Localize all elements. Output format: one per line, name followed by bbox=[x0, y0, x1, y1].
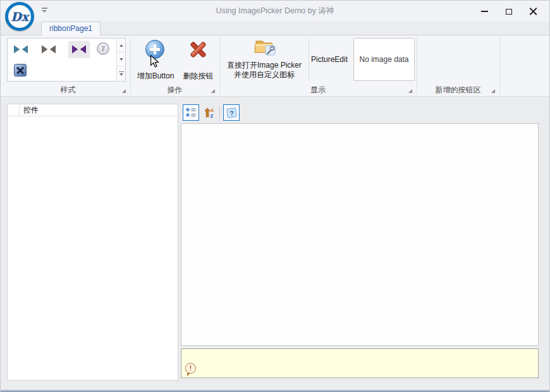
delete-button-label: 删除按钮 bbox=[178, 71, 218, 81]
qat-dropdown-icon[interactable] bbox=[40, 8, 48, 14]
close-icon bbox=[529, 8, 537, 16]
controls-grid: 控件 bbox=[7, 104, 178, 381]
ribbon-bottom-border bbox=[1, 96, 549, 97]
group-corner-icon bbox=[211, 89, 215, 93]
picture-edit-label: PictureEdit bbox=[311, 55, 351, 64]
group-caption-actions: 操作 bbox=[130, 85, 219, 95]
open-image-picker-button[interactable]: 直接打开Image Picker 并使用自定义图标 bbox=[223, 37, 305, 94]
maximize-button[interactable] bbox=[499, 3, 518, 20]
sort-az-button[interactable]: A Z bbox=[201, 104, 217, 121]
delete-x-icon bbox=[190, 41, 207, 58]
display-separator bbox=[309, 39, 309, 82]
style-gallery: 7 bbox=[7, 38, 126, 82]
gallery-scroll-up-icon[interactable] bbox=[117, 39, 125, 52]
delete-button[interactable]: 删除按钮 bbox=[178, 37, 218, 83]
group-separator bbox=[499, 37, 500, 94]
description-bubble-tail bbox=[187, 373, 190, 376]
group-caption-extra: 新增的按钮区 bbox=[417, 85, 499, 95]
app-menu-logo[interactable]: Dx bbox=[5, 2, 34, 31]
app-window: Using ImagePicker Demo by 涛神 Dx ribbonPa… bbox=[0, 0, 550, 392]
mouse-cursor bbox=[150, 55, 159, 68]
group-corner-icon bbox=[122, 89, 126, 93]
property-content-panel[interactable] bbox=[181, 123, 539, 346]
open-picker-label-line1: 直接打开Image Picker bbox=[223, 61, 305, 70]
svg-text:Z: Z bbox=[211, 113, 214, 118]
style-seven-icon[interactable]: 7 bbox=[97, 42, 109, 55]
help-icon: ? bbox=[226, 107, 237, 118]
grid-column-header[interactable]: 控件 bbox=[20, 104, 178, 116]
folder-wrench-icon bbox=[254, 37, 276, 58]
picture-edit-empty-text: No image data bbox=[359, 55, 408, 64]
maximize-icon bbox=[506, 9, 512, 15]
categorized-button[interactable] bbox=[183, 104, 199, 121]
categorized-icon bbox=[186, 107, 196, 118]
tab-ribbonpage1[interactable]: ribbonPage1 bbox=[41, 21, 101, 35]
window-title: Using ImagePicker Demo by 涛神 bbox=[1, 1, 549, 21]
description-panel: ! bbox=[181, 348, 539, 378]
vs-theme-purple-icon[interactable] bbox=[71, 44, 87, 56]
add-button-label: 增加Button bbox=[135, 71, 176, 81]
minimize-icon bbox=[481, 11, 488, 12]
group-caption-style: 样式 bbox=[6, 85, 130, 95]
gallery-dropdown-icon[interactable] bbox=[117, 66, 125, 80]
vs-blend-icon[interactable] bbox=[14, 64, 27, 77]
toolbar-separator bbox=[219, 106, 220, 119]
vs-theme-teal-icon[interactable] bbox=[13, 44, 28, 56]
grid-indicator-cell bbox=[8, 104, 20, 116]
grid-header-row: 控件 bbox=[8, 104, 178, 116]
gallery-scroll-strip bbox=[116, 39, 125, 81]
open-picker-label-line2: 并使用自定义图标 bbox=[223, 70, 305, 80]
picture-edit-box[interactable]: No image data bbox=[353, 38, 415, 81]
sort-az-icon: A Z bbox=[204, 107, 214, 118]
close-button[interactable] bbox=[523, 3, 542, 20]
group-corner-icon bbox=[491, 89, 495, 93]
vs-theme-gray-icon[interactable] bbox=[41, 44, 56, 56]
group-corner-icon bbox=[408, 89, 412, 93]
help-button[interactable]: ? bbox=[223, 104, 240, 121]
gallery-scroll-down-icon[interactable] bbox=[117, 52, 125, 66]
logo-text: Dx bbox=[11, 9, 28, 23]
minimize-button[interactable] bbox=[475, 3, 494, 20]
description-bubble-icon: ! bbox=[185, 363, 196, 374]
